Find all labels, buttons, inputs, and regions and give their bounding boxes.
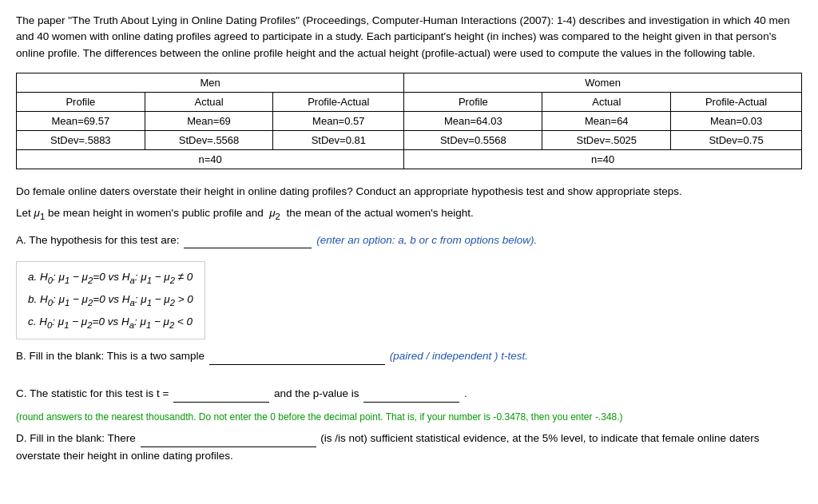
men-mean-profile: Mean=69.57 [17, 111, 145, 130]
section-b: B. Fill in the blank: This is a two samp… [16, 347, 802, 365]
option-a: a. H0: μ1 − μ2=0 vs Ha: μ1 − μ2 ≠ 0 [28, 267, 193, 289]
section-d-label: D. Fill in the blank: There [16, 432, 136, 444]
mu-definition: Let μ1 be mean height in women's public … [16, 204, 802, 224]
blank-c-p[interactable] [363, 402, 459, 403]
men-sd-profile: StDev=.5883 [17, 130, 145, 149]
section-a-hint: (enter an option: a, b or c from options… [316, 234, 537, 246]
women-sd-profile: StDev=0.5568 [404, 130, 542, 149]
col-men-actual: Actual [145, 92, 273, 111]
women-sd-diff: StDev=0.75 [671, 130, 802, 149]
blank-b[interactable] [209, 364, 385, 365]
men-mean-actual: Mean=69 [145, 111, 273, 130]
section-a: A. The hypothesis for this test are: (en… [16, 232, 802, 249]
section-b-label: B. Fill in the blank: This is a two samp… [16, 350, 204, 362]
hypothesis-options: a. H0: μ1 − μ2=0 vs Ha: μ1 − μ2 ≠ 0 b. H… [16, 261, 205, 339]
men-mean-diff: Mean=0.57 [273, 111, 404, 130]
section-c-period: . [464, 387, 467, 399]
section-c-mid: and the p-value is [274, 387, 359, 399]
men-n: n=40 [17, 149, 404, 169]
section-c: C. The statistic for this test is t = an… [16, 385, 802, 403]
option-c: c. H0: μ1 − μ2=0 vs Ha: μ1 − μ2 < 0 [28, 312, 193, 334]
women-mean-profile: Mean=64.03 [404, 111, 542, 130]
section-a-label: A. The hypothesis for this test are: [16, 234, 180, 246]
blank-d[interactable] [141, 446, 316, 447]
section-d: D. Fill in the blank: There (is /is not)… [16, 430, 802, 464]
option-b: b. H0: μ1 − μ2=0 vs Ha: μ1 − μ2 > 0 [28, 289, 193, 312]
col-men-diff: Profile-Actual [273, 92, 404, 111]
women-mean-actual: Mean=64 [542, 111, 671, 130]
section-c-note: (round answers to the nearest thousandth… [16, 411, 802, 424]
men-sd-actual: StDev=.5568 [145, 130, 273, 149]
intro-paragraph: The paper "The Truth About Lying in Onli… [16, 13, 802, 62]
women-sd-actual: StDev=.5025 [542, 130, 671, 149]
data-table: Men Women Profile Actual Profile-Actual … [16, 73, 802, 169]
women-mean-diff: Mean=0.03 [671, 111, 802, 130]
col-women-profile: Profile [404, 92, 542, 111]
col-women-actual: Actual [542, 92, 671, 111]
blank-c-t[interactable] [173, 402, 269, 403]
men-header: Men [17, 73, 404, 92]
question-paragraph: Do female online daters overstate their … [16, 184, 802, 200]
section-b-hint: (paired / independent ) t-test. [390, 350, 528, 362]
women-n: n=40 [404, 149, 802, 169]
section-c-label: C. The statistic for this test is t = [16, 387, 169, 399]
blank-a[interactable] [184, 248, 312, 248]
col-women-diff: Profile-Actual [671, 92, 802, 111]
men-sd-diff: StDev=0.81 [273, 130, 404, 149]
women-header: Women [404, 73, 802, 92]
col-men-profile: Profile [17, 92, 145, 111]
